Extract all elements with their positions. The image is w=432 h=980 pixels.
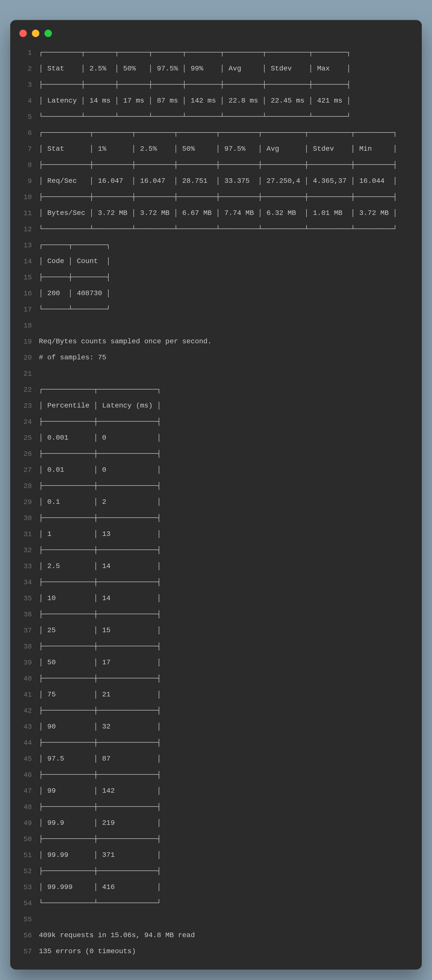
code-line: 3├─────────┼───────┼───────┼───────┼────…	[19, 77, 413, 93]
code-line: 47│ 99 │ 142 │	[19, 783, 413, 799]
line-number: 10	[19, 193, 32, 201]
line-number: 6	[19, 129, 32, 137]
line-content: ├────────────┼──────────────┤	[39, 418, 161, 425]
code-line: 54└────────────┴──────────────┘	[19, 895, 413, 911]
code-line: 4│ Latency │ 14 ms │ 17 ms │ 87 ms │ 142…	[19, 93, 413, 109]
line-content: ├────────────┼──────────────┤	[39, 835, 161, 843]
line-number: 51	[19, 851, 32, 859]
line-content: Req/Bytes counts sampled once per second…	[39, 338, 212, 345]
zoom-icon[interactable]	[45, 30, 52, 37]
code-line: 8├───────────┼─────────┼─────────┼──────…	[19, 157, 413, 173]
minimize-icon[interactable]	[32, 30, 39, 37]
code-line: 7│ Stat │ 1% │ 2.5% │ 50% │ 97.5% │ Avg …	[19, 141, 413, 157]
line-number: 41	[19, 691, 32, 698]
line-number: 52	[19, 867, 32, 875]
line-number: 29	[19, 498, 32, 506]
code-line: 33│ 2.5 │ 14 │	[19, 558, 413, 574]
line-content: ├────────────┼──────────────┤	[39, 611, 161, 618]
line-number: 40	[19, 675, 32, 682]
code-line: 39│ 50 │ 17 │	[19, 654, 413, 671]
line-number: 24	[19, 418, 32, 426]
line-content: │ Req/Sec │ 16.047 │ 16.047 │ 28.751 │ 3…	[39, 178, 397, 185]
line-content: │ 200 │ 408730 │	[39, 290, 111, 297]
code-line: 56409k requests in 15.06s, 94.8 MB read	[19, 928, 413, 943]
line-content: │ 0.1 │ 2 │	[39, 498, 161, 506]
code-line: 43│ 90 │ 32 │	[19, 719, 413, 735]
line-number: 53	[19, 883, 32, 891]
line-number: 1	[19, 49, 32, 57]
line-content: 409k requests in 15.06s, 94.8 MB read	[39, 932, 195, 939]
line-content: │ 0.001 │ 0 │	[39, 434, 161, 441]
code-line: 18	[19, 317, 413, 334]
line-number: 8	[19, 161, 32, 169]
code-line: 22┌────────────┬──────────────┐	[19, 382, 413, 398]
line-content: │ Stat │ 1% │ 2.5% │ 50% │ 97.5% │ Avg │…	[39, 145, 397, 153]
line-number: 3	[19, 81, 32, 89]
code-line: 30├────────────┼──────────────┤	[19, 510, 413, 526]
code-line: 13┌──────┬────────┐	[19, 237, 413, 253]
code-line: 35│ 10 │ 14 │	[19, 590, 413, 606]
code-line: 12└───────────┴─────────┴─────────┴─────…	[19, 221, 413, 237]
line-content: │ 99.9 │ 219 │	[39, 819, 161, 827]
code-line: 49│ 99.9 │ 219 │	[19, 815, 413, 831]
line-content: └────────────┴──────────────┘	[39, 900, 161, 907]
code-line: 44├────────────┼──────────────┤	[19, 735, 413, 751]
line-content: ┌──────┬────────┐	[39, 242, 111, 249]
code-line: 29│ 0.1 │ 2 │	[19, 494, 413, 510]
line-content: ┌─────────┬───────┬───────┬───────┬─────…	[39, 49, 351, 56]
code-line: 38├────────────┼──────────────┤	[19, 638, 413, 654]
close-icon[interactable]	[19, 30, 27, 37]
code-line: 26├────────────┼──────────────┤	[19, 446, 413, 462]
line-content: ├──────┼────────┤	[39, 274, 111, 281]
code-line: 14│ Code │ Count │	[19, 253, 413, 269]
line-number: 43	[19, 723, 32, 731]
line-number: 11	[19, 209, 32, 217]
line-number: 25	[19, 434, 32, 442]
line-number: 57	[19, 948, 32, 955]
code-line: 51│ 99.99 │ 371 │	[19, 847, 413, 863]
code-line: 15├──────┼────────┤	[19, 269, 413, 285]
code-line: 19Req/Bytes counts sampled once per seco…	[19, 334, 413, 350]
code-line: 20# of samples: 75	[19, 350, 413, 366]
code-line: 50├────────────┼──────────────┤	[19, 831, 413, 847]
code-line: 31│ 1 │ 13 │	[19, 526, 413, 542]
line-content: ├────────────┼──────────────┤	[39, 739, 161, 746]
line-number: 2	[19, 65, 32, 73]
line-number: 47	[19, 787, 32, 795]
code-line: 57135 errors (0 timeouts)	[19, 943, 413, 959]
code-line: 45│ 97.5 │ 87 │	[19, 751, 413, 767]
line-content: ├────────────┼──────────────┤	[39, 868, 161, 875]
line-number: 15	[19, 274, 32, 282]
line-content: │ 50 │ 17 │	[39, 659, 161, 666]
line-content: │ 90 │ 32 │	[39, 723, 161, 730]
line-content: └──────┴────────┘	[39, 306, 111, 313]
line-number: 34	[19, 579, 32, 586]
code-line: 37│ 25 │ 15 │	[19, 622, 413, 638]
line-content: ├────────────┼──────────────┤	[39, 579, 161, 586]
line-number: 12	[19, 226, 32, 233]
code-line: 9│ Req/Sec │ 16.047 │ 16.047 │ 28.751 │ …	[19, 173, 413, 189]
line-content: │ 99.99 │ 371 │	[39, 852, 161, 859]
line-content: │ Latency │ 14 ms │ 17 ms │ 87 ms │ 142 …	[39, 97, 351, 104]
line-number: 38	[19, 643, 32, 651]
code-line: 1┌─────────┬───────┬───────┬───────┬────…	[19, 45, 413, 61]
line-number: 55	[19, 916, 32, 923]
line-content: ├────────────┼──────────────┤	[39, 547, 161, 554]
line-content: ├────────────┼──────────────┤	[39, 515, 161, 522]
code-line: 2│ Stat │ 2.5% │ 50% │ 97.5% │ 99% │ Avg…	[19, 61, 413, 77]
line-content: ├────────────┼──────────────┤	[39, 643, 161, 650]
line-number: 14	[19, 258, 32, 265]
line-number: 31	[19, 530, 32, 538]
line-content: ├─────────┼───────┼───────┼───────┼─────…	[39, 81, 351, 88]
code-line: 34├────────────┼──────────────┤	[19, 574, 413, 590]
line-number: 37	[19, 627, 32, 635]
line-content: │ 2.5 │ 14 │	[39, 563, 161, 570]
code-line: 24├────────────┼──────────────┤	[19, 414, 413, 430]
line-number: 19	[19, 338, 32, 345]
code-line: 25│ 0.001 │ 0 │	[19, 430, 413, 446]
line-content: ├────────────┼──────────────┤	[39, 803, 161, 810]
line-number: 35	[19, 595, 32, 602]
code-line: 23│ Percentile │ Latency (ms) │	[19, 398, 413, 414]
line-number: 45	[19, 755, 32, 763]
line-number: 50	[19, 835, 32, 843]
